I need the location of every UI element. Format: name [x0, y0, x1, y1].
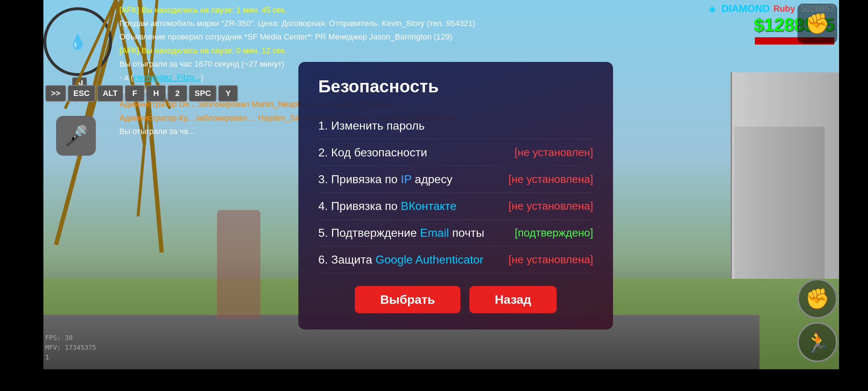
item-5-suffix: почты	[452, 226, 484, 239]
item-6-status: [не установлена]	[509, 253, 593, 266]
modal-buttons: Выбрать Назад	[318, 286, 593, 313]
security-item-2[interactable]: 2. Код безопасности [не установлен]	[318, 139, 593, 166]
item-4-highlight: ВКонтакте	[401, 199, 456, 213]
item-2-number: 2.	[318, 146, 331, 159]
modal-overlay: Безопасность 1. Изменить пароль 2. Код б…	[0, 0, 868, 391]
item-4-status: [не установлена]	[509, 200, 593, 212]
security-item-5[interactable]: 5. Подтверждение Email почты [подтвержде…	[318, 220, 593, 247]
item-5-prefix: Подтверждение	[331, 226, 420, 239]
security-item-3[interactable]: 3. Привязка по IP адресу [не установлена…	[318, 166, 593, 193]
item-3-prefix: Привязка по	[331, 173, 401, 186]
item-2-status: [не установлен]	[515, 146, 593, 159]
item-4-number: 4.	[318, 199, 331, 213]
item-2-text: Код безопасности	[331, 146, 427, 159]
security-item-1[interactable]: 1. Изменить пароль	[318, 113, 593, 139]
security-item-4[interactable]: 4. Привязка по ВКонтакте [не установлена…	[318, 193, 593, 220]
item-6-highlight: Google Authenticator	[375, 253, 484, 266]
item-1-text: Изменить пароль	[331, 119, 425, 132]
item-3-suffix: адресу	[415, 173, 452, 186]
security-item-3-label: 3. Привязка по IP адресу	[318, 173, 452, 186]
back-button[interactable]: Назад	[469, 286, 557, 313]
item-5-status: [подтверждено]	[515, 227, 593, 239]
security-item-2-label: 2. Код безопасности	[318, 146, 427, 159]
item-4-prefix: Привязка по	[331, 199, 401, 213]
security-item-1-label: 1. Изменить пароль	[318, 119, 425, 133]
item-3-status: [не установлена]	[509, 173, 593, 185]
security-item-6[interactable]: 6. Защита Google Authenticator [не устан…	[318, 247, 593, 273]
item-6-prefix: Защита	[331, 253, 375, 266]
security-modal: Безопасность 1. Изменить пароль 2. Код б…	[298, 62, 613, 329]
item-5-number: 5.	[318, 226, 331, 239]
security-item-4-label: 4. Привязка по ВКонтакте	[318, 199, 456, 213]
modal-title: Безопасность	[318, 76, 593, 102]
select-button[interactable]: Выбрать	[355, 286, 460, 313]
item-1-number: 1.	[318, 119, 331, 132]
security-item-5-label: 5. Подтверждение Email почты	[318, 226, 484, 240]
item-5-highlight: Email	[420, 226, 449, 239]
security-item-6-label: 6. Защита Google Authenticator	[318, 253, 484, 266]
item-3-number: 3.	[318, 173, 331, 186]
item-6-number: 6.	[318, 253, 331, 266]
item-3-highlight: IP	[401, 173, 412, 186]
